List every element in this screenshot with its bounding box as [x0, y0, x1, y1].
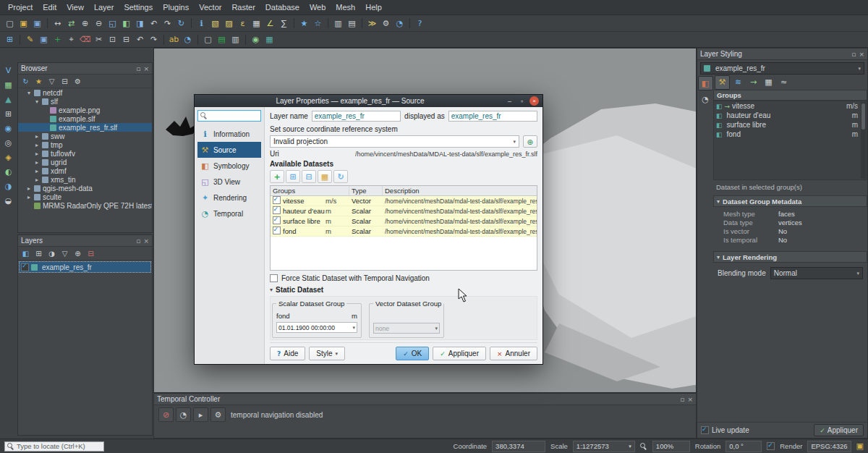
column-description[interactable]: Description — [382, 186, 537, 195]
add-vector-layer-icon[interactable]: V — [1, 64, 15, 77]
mesh-frame-tab-icon[interactable]: ▦ — [762, 76, 775, 89]
refresh-browser-icon[interactable]: ↻ — [20, 75, 32, 87]
crs-indicator[interactable]: EPSG:4326 — [807, 441, 851, 452]
delete-selected-icon[interactable]: ⌫ — [78, 33, 92, 46]
collapse-all-datasets-icon[interactable]: ⊟ — [302, 170, 316, 183]
tab-3d-view[interactable]: ◱ 3D View — [197, 174, 261, 190]
show-bookmarks-icon[interactable]: ☆ — [311, 17, 325, 30]
vertex-tool-icon[interactable]: ⌖ — [64, 33, 78, 46]
properties-search[interactable] — [197, 110, 261, 122]
menu-item[interactable]: Project — [3, 0, 38, 15]
layout-manager-icon[interactable]: ▤ — [345, 17, 359, 30]
open-attribute-table-icon[interactable]: ▦ — [250, 17, 263, 30]
undo-icon[interactable]: ↶ — [133, 33, 147, 46]
add-postgis-layer-icon[interactable]: ◉ — [1, 122, 15, 135]
refresh-map-icon[interactable]: ↻ — [174, 17, 188, 30]
expander-icon[interactable]: ▸ — [35, 151, 42, 157]
apply-button[interactable]: ✓ Appliquer — [433, 347, 486, 360]
pan-to-selection-icon[interactable]: ⇄ — [64, 17, 78, 30]
dataset-row[interactable]: hauteur d'eau m Scalar /home/vincent/mes… — [271, 206, 537, 216]
menu-item[interactable]: Plugins — [158, 0, 194, 15]
new-project-icon[interactable]: ▢ — [3, 17, 17, 30]
add-delimited-text-icon[interactable]: ⊞ — [1, 107, 15, 120]
select-crs-button[interactable]: ⊕ — [523, 135, 537, 148]
measure-icon[interactable]: ∠ — [263, 17, 277, 30]
menu-item[interactable]: Database — [260, 0, 305, 15]
float-panel-icon[interactable]: ▫ — [680, 396, 684, 403]
layer-themes-icon[interactable]: ◑ — [46, 247, 58, 259]
dataset-group-row[interactable]: ◧ surface libre m — [714, 120, 867, 130]
layer-diagram-icon[interactable]: ◔ — [181, 33, 195, 46]
close-panel-icon[interactable]: × — [143, 65, 149, 72]
locator-search[interactable]: Type to locate (Ctrl+K) — [4, 441, 104, 452]
tree-item[interactable]: MRMS RadarOnly QPE 72H latest.grib2 — [18, 201, 152, 210]
tree-item[interactable]: ▸ xdmf — [18, 166, 152, 175]
new-shapefile-icon[interactable]: ▢ — [201, 33, 215, 46]
layer-rendering-section-header[interactable]: ▾ Layer Rendering — [713, 251, 867, 263]
dataset-group-row[interactable]: ◧ hauteur d'eau m — [714, 111, 867, 120]
toolbar-icon[interactable] — [20, 35, 20, 45]
minimize-icon[interactable]: – — [505, 96, 514, 106]
zoom-in-icon[interactable]: ⊕ — [78, 17, 92, 30]
section-expander-icon[interactable]: ▾ — [717, 254, 720, 261]
section-expander-icon[interactable]: ▾ — [717, 198, 720, 205]
fixed-range-navigation-icon[interactable]: ◔ — [176, 407, 191, 422]
new-bookmark-icon[interactable]: ★ — [297, 17, 311, 30]
layer-name-input[interactable] — [312, 111, 401, 122]
add-xyz-layer-icon[interactable]: ◒ — [1, 194, 15, 207]
zoom-full-icon[interactable]: ◱ — [106, 17, 119, 30]
temporal-navigation-off-icon[interactable]: ⊘ — [158, 407, 174, 422]
tab-temporal[interactable]: ◔ Temporal — [197, 206, 261, 221]
scalar-toggle-icon[interactable]: ◧ — [716, 131, 723, 138]
live-update-checkbox[interactable] — [701, 426, 709, 434]
toolbar-icon[interactable] — [47, 18, 48, 28]
toolbar-icon[interactable] — [191, 18, 192, 28]
float-panel-icon[interactable]: ▫ — [136, 237, 140, 245]
scrollbar-thumb[interactable] — [861, 103, 865, 130]
remove-layer-icon[interactable]: ⊟ — [85, 247, 97, 259]
help-toolbar-icon[interactable]: ? — [413, 17, 427, 30]
menu-item[interactable]: Edit — [38, 0, 61, 15]
float-panel-icon[interactable]: ▫ — [851, 51, 856, 58]
tab-information[interactable]: ℹ Information — [197, 126, 261, 142]
metadata-section-header[interactable]: ▾ Dataset Group Metadata — [713, 195, 867, 207]
pan-map-icon[interactable]: ↔ — [51, 17, 64, 30]
menu-item[interactable]: Layer — [89, 0, 119, 15]
menu-item[interactable]: Raster — [226, 0, 260, 15]
symbology-tab-icon[interactable]: ◧ — [698, 76, 713, 90]
redo-icon[interactable]: ↷ — [147, 33, 161, 46]
vector-dataset-select[interactable]: none ▾ — [373, 323, 440, 334]
expander-icon[interactable]: ▸ — [35, 159, 42, 166]
cut-features-icon[interactable]: ✂ — [92, 33, 106, 46]
tree-item[interactable]: ▸ sww — [18, 132, 152, 140]
close-panel-icon[interactable]: × — [687, 396, 693, 403]
dataset-row[interactable]: vitesse m/s Vector /home/vincent/meshDat… — [271, 196, 537, 206]
force-static-checkbox[interactable] — [270, 274, 278, 282]
add-spatialite-layer-icon[interactable]: ◎ — [1, 136, 15, 149]
filter-browser-icon[interactable]: ▽ — [46, 75, 58, 87]
tree-item[interactable]: ▾ slf — [18, 97, 152, 106]
float-panel-icon[interactable]: ▫ — [136, 65, 140, 72]
expander-icon[interactable]: ▸ — [35, 133, 42, 140]
toolbar-icon[interactable] — [294, 18, 294, 28]
open-project-icon[interactable]: ▣ — [17, 17, 30, 30]
menu-item[interactable]: Web — [305, 0, 331, 15]
new-virtual-layer-icon[interactable]: ▥ — [229, 33, 242, 46]
select-by-expression-icon[interactable]: ε — [236, 17, 250, 30]
processing-toolbox-icon[interactable]: ⚙ — [379, 17, 393, 30]
zoom-to-selection-icon[interactable]: ◧ — [119, 17, 133, 30]
tree-item[interactable]: ▸ sculte — [18, 192, 152, 201]
help-button[interactable]: ? Aide — [270, 347, 305, 360]
tree-item[interactable]: ▸ tuflowfv — [18, 149, 152, 158]
expander-icon[interactable]: ▾ — [27, 90, 34, 96]
expander-icon[interactable]: ▸ — [27, 185, 34, 192]
add-dataset-icon[interactable]: + — [270, 170, 284, 183]
maximize-icon[interactable]: ▫ — [517, 96, 527, 106]
tree-item[interactable]: example.slf — [18, 114, 152, 123]
tree-item[interactable]: ▸ ugrid — [18, 158, 152, 166]
menu-item[interactable]: Mesh — [331, 0, 360, 15]
add-favorite-icon[interactable]: ★ — [33, 75, 45, 87]
identify-features-icon[interactable]: ℹ — [195, 17, 208, 30]
new-geopackage-icon[interactable]: ▤ — [215, 33, 229, 46]
dialog-titlebar[interactable]: Layer Properties — example_res_fr — Sour… — [195, 95, 542, 107]
